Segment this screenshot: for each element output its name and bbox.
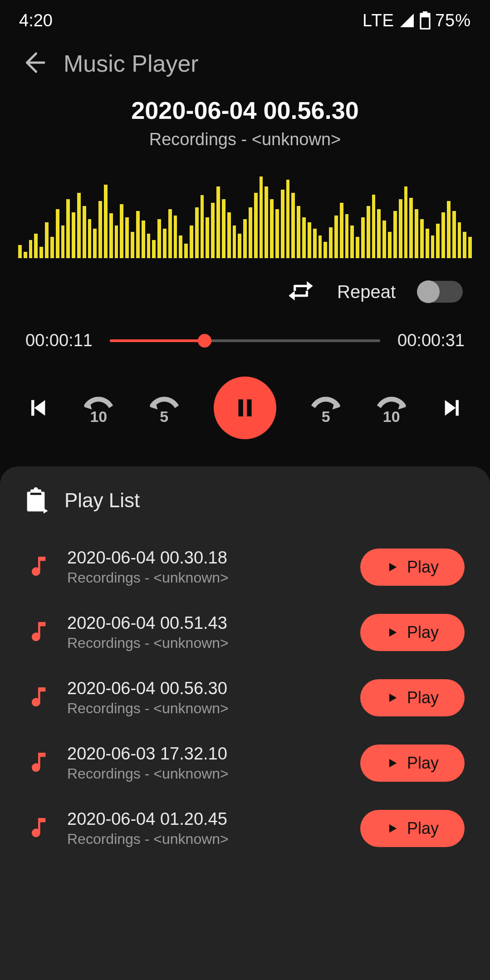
- back-button[interactable]: [19, 49, 46, 78]
- pause-icon: [234, 394, 256, 421]
- arrow-left-icon: [19, 49, 46, 76]
- clipboard-play-icon: [23, 487, 49, 514]
- playlist-item-text: 2020-06-04 00.51.43 Recordings - <unknow…: [67, 613, 344, 652]
- playlist-item-text: 2020-06-04 01.20.45 Recordings - <unknow…: [67, 809, 344, 848]
- waveform: [18, 176, 472, 258]
- playlist-item[interactable]: 2020-06-04 00.30.18 Recordings - <unknow…: [23, 534, 467, 600]
- playlist-item-title: 2020-06-04 00.51.43: [67, 613, 344, 633]
- rewind-5-label: 5: [160, 409, 168, 424]
- total-time: 00:00:31: [397, 331, 465, 350]
- playlist-play-button[interactable]: Play: [360, 614, 465, 651]
- playlist-play-label: Play: [407, 754, 439, 773]
- playlist-play-button[interactable]: Play: [360, 810, 465, 847]
- music-note-icon: [25, 619, 51, 646]
- play-icon: [386, 691, 399, 705]
- elapsed-time: 00:00:11: [25, 331, 93, 350]
- next-button[interactable]: [441, 396, 465, 420]
- playlist-item-title: 2020-06-03 17.32.10: [67, 744, 344, 764]
- seek-fill: [110, 339, 205, 342]
- playlist-play-label: Play: [407, 688, 439, 707]
- playlist-item-subtitle: Recordings - <unknown>: [67, 635, 344, 652]
- app-bar: Music Player: [0, 41, 490, 96]
- playlist-play-button[interactable]: Play: [360, 549, 465, 586]
- playlist-item-title: 2020-06-04 01.20.45: [67, 809, 344, 829]
- transport-controls: 10 5 5 10: [0, 355, 490, 466]
- status-battery: 75%: [435, 11, 471, 30]
- forward-5-button[interactable]: 5: [310, 392, 342, 424]
- playlist-item-title: 2020-06-04 00.30.18: [67, 548, 344, 568]
- playlist-item-title: 2020-06-04 00.56.30: [67, 679, 344, 698]
- playlist-item-text: 2020-06-03 17.32.10 Recordings - <unknow…: [67, 744, 344, 782]
- progress-row: 00:00:11 00:00:31: [0, 312, 490, 355]
- playlist-title: Play List: [64, 489, 140, 512]
- seek-thumb[interactable]: [198, 334, 211, 348]
- playlist-item-subtitle: Recordings - <unknown>: [67, 831, 344, 848]
- playlist-item-subtitle: Recordings - <unknown>: [67, 569, 344, 586]
- playlist-play-button[interactable]: Play: [360, 679, 465, 716]
- forward-10-label: 10: [383, 409, 400, 424]
- rewind-5-button[interactable]: 5: [148, 392, 180, 424]
- now-playing-title: 2020-06-04 00.56.30: [0, 96, 490, 124]
- playlist-header: Play List: [23, 487, 467, 514]
- play-icon: [386, 821, 399, 836]
- play-icon: [386, 625, 399, 640]
- toggle-knob: [417, 280, 440, 303]
- pause-button[interactable]: [214, 377, 276, 439]
- music-note-icon: [25, 684, 51, 711]
- playlist-panel: Play List 2020-06-04 00.30.18 Recordings…: [0, 466, 490, 980]
- status-network: LTE: [363, 11, 394, 30]
- playlist-item[interactable]: 2020-06-04 00.56.30 Recordings - <unknow…: [23, 665, 467, 730]
- playlist-item-text: 2020-06-04 00.56.30 Recordings - <unknow…: [67, 679, 344, 717]
- rewind-10-button[interactable]: 10: [83, 392, 114, 424]
- music-note-icon: [25, 815, 51, 842]
- repeat-label: Repeat: [337, 282, 396, 302]
- playlist-item-text: 2020-06-04 00.30.18 Recordings - <unknow…: [67, 548, 344, 586]
- music-note-icon: [25, 554, 51, 581]
- music-note-icon: [25, 750, 51, 777]
- playlist-play-label: Play: [407, 623, 439, 642]
- repeat-icon: [286, 276, 315, 307]
- repeat-row: Repeat: [0, 263, 490, 312]
- rewind-10-label: 10: [90, 409, 107, 424]
- battery-icon: [420, 11, 431, 29]
- status-bar: 4:20 LTE 75%: [0, 0, 490, 41]
- playlist-item[interactable]: 2020-06-04 01.20.45 Recordings - <unknow…: [23, 796, 467, 861]
- play-icon: [386, 560, 399, 574]
- previous-button[interactable]: [25, 396, 49, 420]
- playlist-item-subtitle: Recordings - <unknown>: [67, 700, 344, 717]
- playlist-item[interactable]: 2020-06-03 17.32.10 Recordings - <unknow…: [23, 730, 467, 796]
- playlist-play-button[interactable]: Play: [360, 745, 465, 782]
- forward-5-label: 5: [322, 409, 330, 424]
- forward-10-button[interactable]: 10: [376, 392, 407, 424]
- playlist-play-label: Play: [407, 819, 439, 838]
- playlist-item-subtitle: Recordings - <unknown>: [67, 765, 344, 782]
- playlist-item[interactable]: 2020-06-04 00.51.43 Recordings - <unknow…: [23, 600, 467, 665]
- repeat-toggle[interactable]: [417, 281, 463, 303]
- status-right: LTE 75%: [363, 11, 471, 30]
- now-playing-subtitle: Recordings - <unknown>: [0, 130, 490, 149]
- signal-icon: [399, 12, 415, 29]
- playlist-play-label: Play: [407, 558, 439, 577]
- play-icon: [386, 756, 399, 770]
- seek-bar[interactable]: [110, 339, 380, 342]
- app-title: Music Player: [64, 50, 199, 77]
- status-time: 4:20: [19, 11, 53, 30]
